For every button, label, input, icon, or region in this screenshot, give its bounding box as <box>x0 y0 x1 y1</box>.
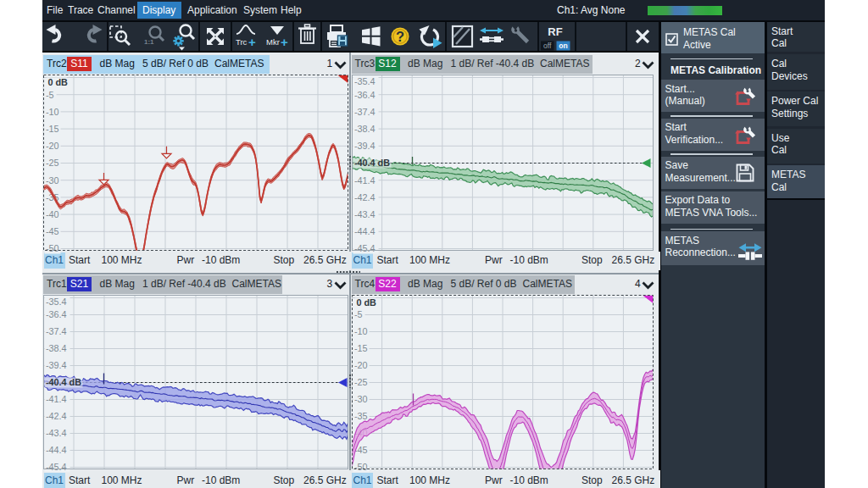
svg-text:-25: -25 <box>354 377 368 387</box>
svg-text:-37.4: -37.4 <box>46 326 67 336</box>
svg-text:-44.4: -44.4 <box>46 445 67 455</box>
svg-text:-37.4: -37.4 <box>354 106 376 116</box>
svg-text:-42.4: -42.4 <box>354 191 376 202</box>
svg-text:-15: -15 <box>46 123 59 133</box>
svg-text:-38.4: -38.4 <box>354 123 376 133</box>
svg-text:-36.4: -36.4 <box>46 309 67 319</box>
svg-text:?: ? <box>396 29 404 44</box>
svg-text:-38.4: -38.4 <box>46 343 67 353</box>
svg-text:-15: -15 <box>354 343 368 353</box>
svg-text:-45: -45 <box>46 226 59 236</box>
svg-text:on: on <box>559 42 567 50</box>
svg-text:+: + <box>281 35 288 49</box>
svg-text:0 dB: 0 dB <box>356 297 376 308</box>
svg-text:RF: RF <box>548 25 562 38</box>
svg-text:-5: -5 <box>354 309 363 319</box>
svg-text:-45.4: -45.4 <box>46 462 67 472</box>
svg-text:-44.4: -44.4 <box>354 226 376 236</box>
svg-text:-39.4: -39.4 <box>354 141 376 151</box>
svg-text:0 dB: 0 dB <box>47 77 68 87</box>
svg-text:-30: -30 <box>354 394 368 404</box>
svg-text:-5: -5 <box>46 89 54 99</box>
svg-text:-45.4: -45.4 <box>354 243 376 253</box>
svg-text:-35: -35 <box>354 411 368 421</box>
svg-text:1:1: 1:1 <box>144 38 154 46</box>
svg-text:-20: -20 <box>354 360 368 370</box>
svg-text:-40.4 dB: -40.4 dB <box>46 377 81 387</box>
svg-text:-36.4: -36.4 <box>354 89 376 99</box>
svg-text:+: + <box>248 35 256 49</box>
svg-text:-40.4 dB: -40.4 dB <box>354 158 390 168</box>
svg-text:-43.4: -43.4 <box>46 428 67 438</box>
svg-text:-50: -50 <box>354 462 368 472</box>
svg-text:-10: -10 <box>354 326 368 336</box>
svg-text:-35.4: -35.4 <box>354 76 376 86</box>
svg-text:-10: -10 <box>46 106 59 116</box>
svg-text:-43.4: -43.4 <box>354 208 376 219</box>
svg-text:-30: -30 <box>46 175 59 185</box>
svg-text:-39.4: -39.4 <box>46 360 67 370</box>
svg-text:-42.4: -42.4 <box>46 411 67 421</box>
svg-text:-20: -20 <box>46 141 59 151</box>
svg-text:-40: -40 <box>46 208 59 219</box>
svg-text:-41.4: -41.4 <box>46 394 67 404</box>
svg-text:-41.4: -41.4 <box>354 175 376 185</box>
svg-text:off: off <box>543 42 552 50</box>
svg-text:-25: -25 <box>46 158 59 168</box>
svg-text:-35.4: -35.4 <box>46 297 67 307</box>
svg-text:Trc: Trc <box>236 37 248 47</box>
svg-text:-50: -50 <box>46 243 59 253</box>
svg-text:Mkr: Mkr <box>266 37 280 47</box>
